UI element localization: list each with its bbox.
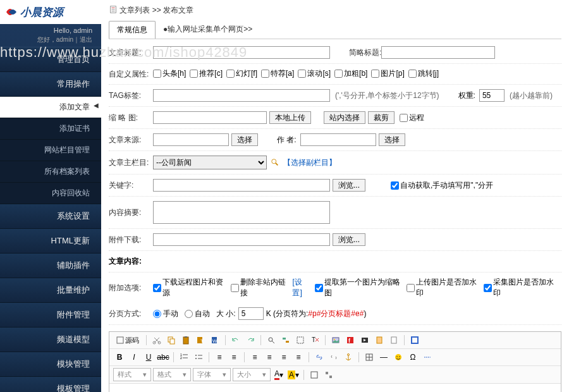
nav-item[interactable]: 添加文章 xyxy=(0,97,101,118)
nav-item[interactable]: 频道模型 xyxy=(0,328,101,352)
nav-item[interactable]: 管理首页 xyxy=(0,47,101,72)
paging-auto-radio[interactable] xyxy=(185,310,193,318)
page-size-input[interactable] xyxy=(238,307,264,320)
upload-button[interactable]: 本地上传 xyxy=(269,111,311,124)
nav-item[interactable]: 添加证书 xyxy=(0,118,101,140)
ol-icon[interactable]: 12 xyxy=(178,351,190,364)
attr-checkbox[interactable]: 跳转[j] xyxy=(408,68,439,79)
editor-content[interactable] xyxy=(109,384,561,392)
ul-icon[interactable] xyxy=(192,351,205,364)
nav-item[interactable]: HTML更新 xyxy=(0,229,101,254)
attr-checkbox[interactable]: 滚动[s] xyxy=(298,68,331,79)
paste-text-icon[interactable]: T xyxy=(194,334,207,346)
unlink-icon[interactable] xyxy=(327,351,340,364)
nav-item[interactable]: 所有档案列表 xyxy=(0,161,101,183)
hr-icon[interactable]: — xyxy=(377,351,390,364)
source-select-button[interactable]: 选择 xyxy=(231,133,258,146)
attach-icon[interactable] xyxy=(373,334,386,346)
nav-item[interactable]: 内容回收站 xyxy=(0,183,101,204)
emoji-icon[interactable] xyxy=(392,351,405,364)
weight-input[interactable] xyxy=(479,89,505,102)
paste-word-icon[interactable]: W xyxy=(209,334,221,346)
replace-icon[interactable] xyxy=(279,334,292,346)
title-input[interactable] xyxy=(153,46,330,59)
opt-del-link-checkbox[interactable] xyxy=(231,284,239,292)
bc-list[interactable]: 文章列表 xyxy=(119,6,150,15)
align-center-icon[interactable]: ≡ xyxy=(263,351,276,364)
nav-item[interactable]: 模块管理 xyxy=(0,352,101,377)
nav-item[interactable]: 批量维护 xyxy=(0,278,101,303)
nav-item[interactable]: 系统设置 xyxy=(0,204,101,229)
attach-input[interactable] xyxy=(153,233,330,246)
remote-checkbox[interactable] xyxy=(400,114,408,122)
special-char-icon[interactable]: Ω xyxy=(407,351,419,364)
opt-upload-wm-checkbox[interactable] xyxy=(407,284,415,292)
redo-icon[interactable] xyxy=(244,334,257,346)
page-icon[interactable] xyxy=(388,334,400,346)
attr-checkbox[interactable]: 加粗[b] xyxy=(334,68,367,79)
attr-checkbox[interactable]: 推荐[c] xyxy=(190,68,223,79)
subcol-link[interactable]: 【选择副栏目】 xyxy=(283,157,336,168)
nav-item[interactable]: 模板管理 xyxy=(0,377,101,392)
summary-textarea[interactable] xyxy=(153,201,330,224)
attach-browse-button[interactable]: 浏览... xyxy=(333,233,365,246)
nav-item[interactable]: 辅助插件 xyxy=(0,254,101,278)
attr-checkbox[interactable]: 特荐[a] xyxy=(261,68,294,79)
search-icon[interactable] xyxy=(271,158,279,167)
link-icon[interactable] xyxy=(313,351,326,364)
auto-keyword-checkbox[interactable] xyxy=(391,181,399,190)
copy-icon[interactable] xyxy=(165,334,178,346)
outdent-icon[interactable]: ≡ xyxy=(213,351,226,364)
opt-remote-img-checkbox[interactable] xyxy=(153,284,161,292)
size-select[interactable]: 大小▾ xyxy=(233,368,271,381)
style-select[interactable]: 样式▾ xyxy=(113,368,151,381)
fullscreen-icon[interactable] xyxy=(408,334,421,346)
bold-icon[interactable]: B xyxy=(113,351,126,364)
paging-manual-radio[interactable] xyxy=(153,310,161,318)
opt-setting-link[interactable]: [设置] xyxy=(292,277,310,298)
nav-item[interactable]: 网站栏目管理 xyxy=(0,140,101,161)
tag-input[interactable] xyxy=(153,89,330,102)
site-select-button[interactable]: 站内选择 xyxy=(324,111,365,124)
indent-icon[interactable]: ≡ xyxy=(228,351,240,364)
paste-icon[interactable] xyxy=(180,334,192,346)
bg-color-icon[interactable]: A▾ xyxy=(287,369,300,381)
attr-checkbox[interactable]: 头条[h] xyxy=(153,68,186,79)
crop-button[interactable]: 裁剪 xyxy=(368,111,395,124)
short-title-input[interactable] xyxy=(381,46,495,59)
strike-icon[interactable]: abc xyxy=(157,351,169,364)
tab-general[interactable]: 常规信息 xyxy=(109,21,156,39)
thumb-input[interactable] xyxy=(153,111,267,124)
attr-checkbox[interactable]: 幻灯[f] xyxy=(226,68,257,79)
align-justify-icon[interactable]: ≡ xyxy=(292,351,305,364)
align-left-icon[interactable]: ≡ xyxy=(248,351,261,364)
keywords-browse-button[interactable]: 浏览... xyxy=(333,179,365,192)
format-select[interactable]: 格式▾ xyxy=(153,368,191,381)
user-sub[interactable]: 您好，admin｜退出 xyxy=(9,35,92,44)
pagebreak-icon[interactable] xyxy=(421,351,434,364)
remove-format-icon[interactable]: T xyxy=(309,334,321,346)
align-right-icon[interactable]: ≡ xyxy=(278,351,290,364)
nav-item[interactable]: 常用操作 xyxy=(0,72,101,97)
table-icon[interactable] xyxy=(363,351,376,364)
opt-first-thumb-checkbox[interactable] xyxy=(315,284,323,292)
maximize-icon[interactable] xyxy=(308,369,321,381)
column-select[interactable]: --公司新闻 xyxy=(153,156,267,169)
undo-icon[interactable] xyxy=(229,334,242,346)
author-select-button[interactable]: 选择 xyxy=(379,133,405,146)
source-input[interactable] xyxy=(153,133,229,146)
nav-item[interactable]: 附件管理 xyxy=(0,303,101,328)
underline-icon[interactable]: U xyxy=(142,351,155,364)
italic-icon[interactable]: I xyxy=(128,351,140,364)
source-button[interactable]: 源码 xyxy=(113,334,142,346)
attr-checkbox[interactable]: 图片[p] xyxy=(371,68,404,79)
flash-icon[interactable]: f xyxy=(344,334,357,346)
keywords-input[interactable] xyxy=(153,179,330,192)
text-color-icon[interactable]: A▾ xyxy=(272,369,285,381)
selectall-icon[interactable] xyxy=(294,334,307,346)
font-select[interactable]: 字体▾ xyxy=(193,368,231,381)
opt-collect-wm-checkbox[interactable] xyxy=(484,284,492,292)
blocks-icon[interactable] xyxy=(322,369,335,381)
tab-collect[interactable]: ●输入网址采集单个网页>> xyxy=(158,21,257,39)
cut-icon[interactable] xyxy=(150,334,163,346)
